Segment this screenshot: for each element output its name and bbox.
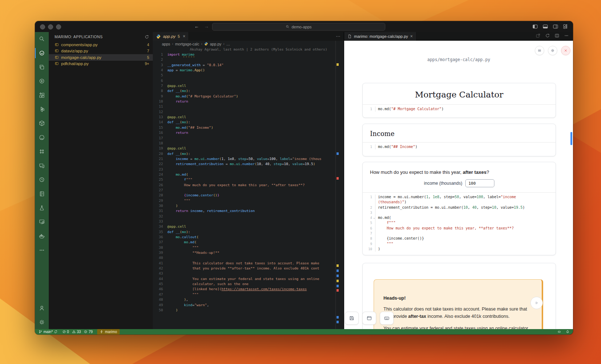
code-line: 7 [363,231,556,236]
chevron-right-icon: › [201,42,202,46]
breadcrumb-folder[interactable]: mortgage-calc [175,42,199,46]
sidebar-item-pdfchat[interactable]: pdfchat/app.py9+ [49,61,153,67]
close-tab-icon[interactable]: × [183,34,185,39]
branch-name: main* [44,330,53,334]
more-actions-icon[interactable] [564,33,569,40]
overview-ruler[interactable] [335,41,344,329]
terraform-icon[interactable] [35,102,49,116]
breadcrumb-apps[interactable]: apps [162,42,170,46]
income-input[interactable] [465,179,494,187]
code-line: 39 **Heads-up!** [153,250,344,255]
run-cell-button[interactable] [530,297,543,309]
history-icon[interactable] [35,173,49,187]
remote-monitor-icon[interactable] [35,215,49,229]
marimo-icon[interactable] [35,46,49,60]
package-icon[interactable] [35,116,49,131]
zoom-window-button[interactable] [56,24,61,29]
run-debug-icon[interactable] [35,74,49,88]
command-center[interactable]: demo-apps [212,23,385,31]
back-icon[interactable]: ← [194,24,199,29]
refresh-icon[interactable] [144,35,149,39]
notebook-icon[interactable] [35,187,49,201]
code-line: 48 ), [153,297,344,302]
code-line: 49 kind="warn", [153,303,344,308]
tab-label: app.py [163,34,176,39]
account-icon[interactable] [35,301,49,315]
code-line: 10 return [153,99,344,104]
status-right [557,330,569,334]
toggle-sidebar-right-icon[interactable] [553,24,558,29]
problems-status[interactable]: 0 33 79 [62,330,93,334]
marimo-server-status[interactable]: marimo [97,329,120,335]
webview-actions [531,32,573,41]
scrollbar-thumb[interactable] [570,132,572,145]
code-line: 23 [153,167,344,172]
settings-gear-icon[interactable] [35,315,49,329]
code-line: 35def __(mo): [153,229,344,235]
code-editor[interactable]: Akshay Agrawal, last month | 2 authors (… [153,47,344,329]
code-line: 5 f""" [363,220,556,225]
cell-card-question[interactable]: How much do you expect to make this year… [362,162,556,255]
code-line: 37 mo.md( [153,240,344,245]
cell-card-income[interactable]: Income 1mo.md("## Income") [362,124,556,156]
open-external-icon[interactable] [536,33,541,40]
toggle-panel-icon[interactable] [542,24,548,29]
shutdown-icon[interactable] [561,46,570,55]
code-line: 2 [153,57,344,62]
sidebar-item-components[interactable]: components/app.py4 [49,41,153,48]
code-line: 21 income = mo.ui.number(1, 1e8, step=50… [153,156,344,161]
file-badge: 9+ [145,61,149,66]
tab-marimo-webview[interactable]: marimo: mortgage-calc/app.py × [344,32,417,41]
github-icon[interactable] [35,131,49,145]
sidebar-file-list: components/app.py4dataviz/app.py7mortgag… [49,41,153,67]
fold-chevron-icon[interactable]: ⌄ [373,215,375,220]
code-line: 20def __(mo): [153,151,344,156]
more-actions-icon[interactable]: ⋯ [336,34,340,39]
breadcrumb-file[interactable]: app.py [210,42,222,46]
code-line: 47 """ [153,292,344,297]
code-line: 1import marimo [153,52,344,57]
split-editor-icon[interactable] [554,33,560,40]
sidebar-item-mortgage-calc[interactable]: mortgage-calc/app.py5 [49,54,153,61]
code-line: 38 """ [153,245,344,250]
sidebar-item-dataviz[interactable]: dataviz/app.py7 [49,48,153,55]
tests-icon[interactable] [35,201,49,215]
toggle-sidebar-left-icon[interactable] [532,24,538,29]
keyboard-icon[interactable] [380,312,394,325]
code-line: 43 [153,271,344,276]
close-window-button[interactable] [40,24,45,29]
copy-files-icon[interactable] [35,60,49,74]
extensions-icon[interactable] [35,88,49,103]
warning-callout: Heads-up! This calculator does not take … [374,279,543,329]
ruler-mark [337,63,339,66]
git-branch-status[interactable]: main* [39,330,58,334]
breadcrumb-symbol[interactable]: … [226,42,230,46]
gear-icon[interactable] [548,46,557,55]
more-icon[interactable] [35,243,49,257]
close-tab-icon[interactable]: × [410,34,413,39]
code-line: 28 {income.center()} [153,193,344,198]
code-line: 13@app.cell [153,115,344,120]
minimize-window-button[interactable] [48,24,53,29]
reload-icon[interactable] [545,33,550,40]
window-icon[interactable] [362,312,376,325]
tab-app-py[interactable]: app.py 5 × [153,32,189,41]
code-line: 40 [153,255,344,260]
code-line: 4app = marimo.App() [153,68,344,73]
code-line: 34@app.cell [153,224,344,229]
sync-icon [54,330,58,334]
income-input-row: income (thousands) [363,179,556,187]
menu-icon[interactable] [535,46,544,55]
save-icon[interactable] [345,312,359,325]
icons-grid-icon[interactable] [35,145,49,159]
forward-icon[interactable]: → [204,24,209,29]
bell-icon[interactable] [566,330,570,334]
docker-icon[interactable] [35,229,49,243]
code-line: 31 return income, retirement_contributio… [153,208,344,213]
customize-layout-icon[interactable] [563,24,569,29]
cell-card-title[interactable]: Mortgage Calculator 1mo.md("# Mortgage C… [362,83,556,118]
search-icon[interactable] [35,32,49,46]
warning-icon [72,330,76,334]
copilot-icon[interactable] [557,330,561,334]
comments-icon[interactable] [35,159,49,173]
